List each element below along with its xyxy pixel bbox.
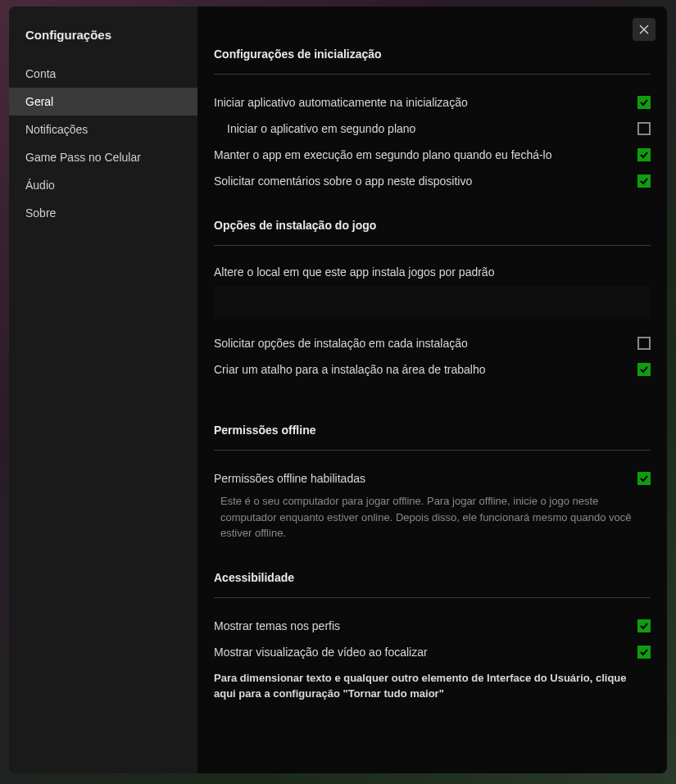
row-themes: Mostrar temas nos perfis bbox=[214, 613, 651, 639]
label-background-start: Iniciar o aplicativo em segundo plano bbox=[214, 122, 637, 135]
row-feedback: Solicitar comentários sobre o app neste … bbox=[214, 168, 651, 194]
checkbox-video-preview[interactable] bbox=[637, 646, 651, 659]
label-video-preview: Mostrar visualização de vídeo ao focaliz… bbox=[214, 646, 637, 659]
checkbox-themes[interactable] bbox=[637, 619, 651, 632]
checkbox-shortcut[interactable] bbox=[637, 363, 651, 376]
check-icon bbox=[640, 474, 648, 483]
label-shortcut: Criar um atalho para a instalação na áre… bbox=[214, 363, 637, 376]
close-icon bbox=[639, 25, 649, 34]
label-change-location: Altere o local em que este app instala j… bbox=[214, 261, 651, 281]
section-startup: Configurações de inicialização Iniciar a… bbox=[214, 48, 651, 194]
accessibility-scale-note[interactable]: Para dimensionar texto e qualquer outro … bbox=[214, 665, 651, 702]
checkbox-background-start[interactable] bbox=[637, 122, 651, 135]
label-offline-enabled: Permissões offline habilitadas bbox=[214, 472, 637, 485]
check-icon bbox=[640, 622, 648, 630]
section-install: Opções de instalação do jogo Altere o lo… bbox=[214, 219, 651, 383]
check-icon bbox=[640, 98, 648, 106]
close-button[interactable] bbox=[633, 18, 656, 41]
label-themes: Mostrar temas nos perfis bbox=[214, 619, 637, 632]
check-icon bbox=[640, 648, 648, 656]
section-header-offline: Permissões offline bbox=[214, 424, 651, 451]
checkbox-ask-each[interactable] bbox=[637, 337, 651, 350]
sidebar-item-audio[interactable]: Áudio bbox=[9, 171, 197, 199]
row-ask-each: Solicitar opções de instalação em cada i… bbox=[214, 330, 651, 356]
check-icon bbox=[640, 365, 648, 374]
checkbox-feedback[interactable] bbox=[637, 174, 651, 188]
sidebar: Configurações Conta Geral Notificações G… bbox=[9, 7, 197, 773]
settings-modal: Configurações Conta Geral Notificações G… bbox=[9, 7, 667, 773]
install-location-dropdown[interactable] bbox=[214, 286, 651, 319]
section-header-startup: Configurações de inicialização bbox=[214, 48, 651, 75]
row-shortcut: Criar um atalho para a instalação na áre… bbox=[214, 356, 651, 383]
sidebar-item-sobre[interactable]: Sobre bbox=[9, 199, 197, 227]
row-keep-running: Manter o app em execução em segundo plan… bbox=[214, 142, 651, 168]
sidebar-item-gamepass[interactable]: Game Pass no Celular bbox=[9, 143, 197, 171]
sidebar-title: Configurações bbox=[9, 21, 197, 60]
row-background-start: Iniciar o aplicativo em segundo plano bbox=[214, 116, 651, 142]
checkbox-keep-running[interactable] bbox=[637, 148, 651, 161]
check-icon bbox=[640, 151, 648, 159]
row-autostart: Iniciar aplicativo automaticamente na in… bbox=[214, 89, 651, 116]
label-autostart: Iniciar aplicativo automaticamente na in… bbox=[214, 96, 637, 109]
sidebar-item-geral[interactable]: Geral bbox=[9, 88, 197, 116]
checkbox-offline-enabled[interactable] bbox=[637, 472, 651, 485]
row-offline-enabled: Permissões offline habilitadas bbox=[214, 465, 651, 492]
checkbox-autostart[interactable] bbox=[637, 96, 651, 109]
sidebar-item-conta[interactable]: Conta bbox=[9, 60, 197, 88]
section-accessibility: Acessibilidade Mostrar temas nos perfis … bbox=[214, 571, 651, 702]
label-keep-running: Manter o app em execução em segundo plan… bbox=[214, 148, 637, 161]
check-icon bbox=[640, 177, 648, 185]
section-header-accessibility: Acessibilidade bbox=[214, 571, 651, 598]
offline-description: Este é o seu computador para jogar offli… bbox=[214, 492, 651, 546]
sidebar-item-notificacoes[interactable]: Notificações bbox=[9, 116, 197, 143]
label-feedback: Solicitar comentários sobre o app neste … bbox=[214, 174, 637, 188]
section-header-install: Opções de instalação do jogo bbox=[214, 219, 651, 246]
content-panel: Configurações de inicialização Iniciar a… bbox=[197, 7, 667, 773]
section-offline: Permissões offline Permissões offline ha… bbox=[214, 424, 651, 546]
label-ask-each: Solicitar opções de instalação em cada i… bbox=[214, 337, 637, 350]
row-video-preview: Mostrar visualização de vídeo ao focaliz… bbox=[214, 639, 651, 665]
